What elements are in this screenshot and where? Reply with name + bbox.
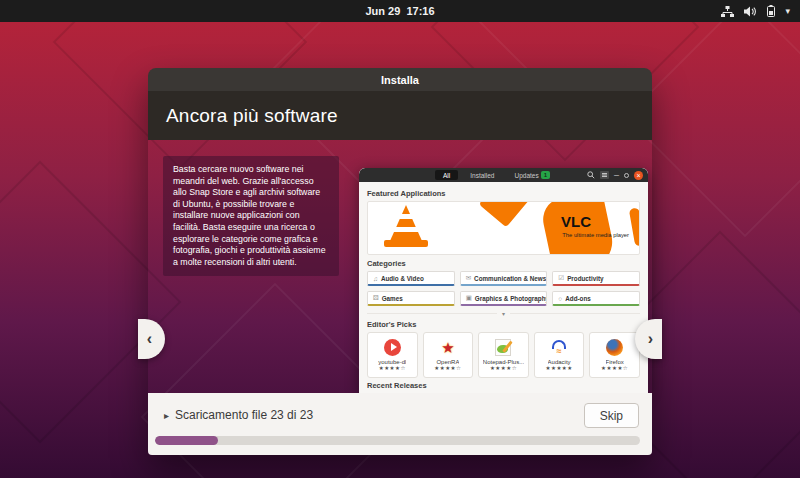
pick-card-youtube-dl[interactable]: youtube-dl ★★★★☆: [367, 332, 418, 378]
download-status: ▸ Scaricamento file 23 di 23: [164, 408, 313, 422]
pick-card-openra[interactable]: ★ OpenRA ★★★★☆: [423, 332, 474, 378]
store-tab-all[interactable]: All: [435, 170, 458, 180]
category-label: Add-ons: [565, 295, 591, 302]
divider: [367, 313, 497, 314]
category-label: Productivity: [567, 275, 603, 282]
star-rating: ★★★★☆: [434, 365, 461, 371]
chevron-left-icon: ‹: [147, 330, 152, 348]
category-label: Games: [382, 295, 403, 302]
editors-picks-grid: youtube-dl ★★★★☆ ★ OpenRA ★★★★☆: [367, 332, 640, 378]
categories-grid: ♫ Audio & Video ✉ Communication & News ☑…: [367, 271, 640, 306]
caret-down-icon[interactable]: ▾: [785, 0, 790, 22]
star-rating: ★★★★☆: [379, 365, 406, 371]
youtube-dl-icon: [384, 339, 401, 356]
clock[interactable]: Jun 29 17:16: [365, 5, 434, 17]
chevron-down-icon: ▾: [497, 310, 510, 317]
vlc-subtitle: The ultimate media player: [562, 232, 629, 238]
category-label: Audio & Video: [381, 275, 424, 282]
openra-icon: ★: [441, 340, 454, 355]
recent-releases-label: Recent Releases: [367, 381, 640, 390]
close-icon[interactable]: ×: [634, 171, 643, 180]
system-tray[interactable]: ▾: [721, 0, 790, 22]
image-icon: ▣: [466, 294, 472, 302]
chevron-right-icon: ›: [648, 330, 653, 348]
slideshow-area: Basta cercare nuovo software nei meandri…: [148, 140, 652, 393]
skip-button[interactable]: Skip: [584, 403, 639, 428]
pick-card-notepad-plus[interactable]: Notepad-Plus... ★★★★☆: [478, 332, 529, 378]
audacity-icon: ≈: [552, 340, 566, 354]
network-icon[interactable]: [721, 6, 734, 17]
circle-icon: ○: [558, 295, 562, 302]
minimize-icon[interactable]: –: [614, 170, 619, 180]
software-store-screenshot: All Installed Updates 1: [359, 168, 648, 393]
dice-icon: ⚄: [373, 294, 379, 302]
checkbox-icon: ☑: [558, 274, 564, 282]
pick-card-audacity[interactable]: ≈ Audacity ★★★★★: [534, 332, 585, 378]
categories-label: Categories: [367, 259, 640, 268]
pick-card-firefox[interactable]: Firefox ★★★★☆: [589, 332, 640, 378]
notepad-plus-icon: [495, 339, 511, 356]
desktop: Jun 29 17:16 ▾: [0, 0, 800, 478]
store-tab-updates[interactable]: Updates 1: [506, 170, 558, 181]
restore-icon[interactable]: [624, 173, 629, 178]
progress-bar: [155, 436, 640, 445]
battery-icon[interactable]: [767, 5, 775, 17]
vlc-cone-icon: [384, 203, 428, 251]
category-add-ons[interactable]: ○ Add-ons: [552, 291, 640, 306]
slide-prev-button[interactable]: ‹: [138, 319, 165, 359]
divider: [510, 313, 640, 314]
category-graphics-photography[interactable]: ▣ Graphics & Photography: [460, 291, 548, 306]
music-note-icon: ♫: [373, 275, 378, 282]
star-rating: ★★★★★: [546, 365, 573, 371]
category-productivity[interactable]: ☑ Productivity: [552, 271, 640, 286]
progress-fill: [155, 436, 218, 445]
category-games[interactable]: ⚄ Games: [367, 291, 455, 306]
firefox-icon: [606, 339, 623, 356]
star-rating: ★★★★☆: [490, 365, 517, 371]
tab-label: Installed: [470, 172, 494, 179]
status-text: Scaricamento file 23 di 23: [175, 408, 313, 422]
categories-expander[interactable]: ▾: [367, 310, 640, 317]
installer-footer: ▸ Scaricamento file 23 di 23 Skip: [148, 393, 652, 455]
slide-header: Ancora più software: [148, 91, 652, 140]
featured-label: Featured Applications: [367, 189, 640, 198]
installer-window: Installa Ancora più software Basta cerca…: [148, 68, 652, 455]
star-rating: ★★★★☆: [601, 365, 628, 371]
envelope-icon: ✉: [466, 274, 471, 282]
volume-icon[interactable]: [744, 6, 757, 17]
category-label: Graphics & Photography: [475, 295, 548, 302]
window-title: Installa: [381, 74, 419, 86]
expander-triangle-icon[interactable]: ▸: [164, 410, 169, 421]
tab-label: Updates: [514, 172, 538, 179]
vlc-title: VLC: [561, 213, 591, 230]
category-label: Communication & News: [474, 275, 546, 282]
system-topbar: Jun 29 17:16 ▾: [0, 0, 800, 22]
store-titlebar-icons: – ×: [587, 170, 643, 180]
search-icon[interactable]: [587, 171, 595, 179]
banner-shape: [629, 207, 640, 246]
skip-label: Skip: [600, 409, 623, 423]
slide-description: Basta cercare nuovo software nei meandri…: [163, 156, 339, 276]
store-body: Featured Applications VLC The ultimate m…: [359, 182, 648, 390]
installer-titlebar[interactable]: Installa: [148, 68, 652, 91]
vlc-banner[interactable]: VLC The ultimate media player: [367, 201, 640, 255]
store-titlebar: All Installed Updates 1: [359, 168, 648, 182]
hamburger-menu-icon[interactable]: [600, 171, 609, 179]
editors-picks-label: Editor's Picks: [367, 320, 640, 329]
category-communication-news[interactable]: ✉ Communication & News: [460, 271, 548, 286]
banner-shape: [479, 201, 530, 227]
category-audio-video[interactable]: ♫ Audio & Video: [367, 271, 455, 286]
store-tab-installed[interactable]: Installed: [462, 170, 502, 180]
updates-badge: 1: [541, 171, 550, 179]
tab-label: All: [443, 172, 450, 179]
slide-heading: Ancora più software: [166, 105, 338, 127]
